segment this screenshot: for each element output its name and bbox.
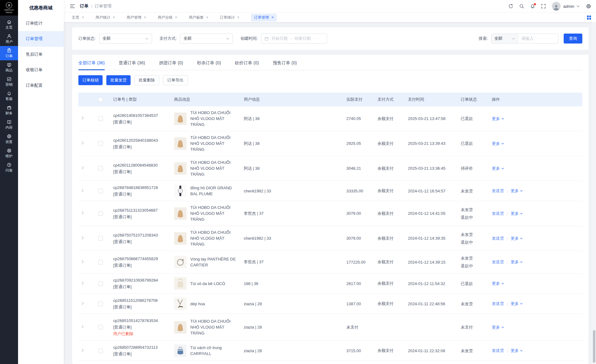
- more-link[interactable]: 更多: [492, 281, 504, 286]
- rail-item-settings[interactable]: 设置: [0, 132, 18, 146]
- row-expand-chevron-right-icon[interactable]: [81, 141, 85, 146]
- row-expand-chevron-right-icon[interactable]: [81, 260, 85, 265]
- row-expand-chevron-right-icon[interactable]: [81, 281, 85, 286]
- ship-link[interactable]: 发送货: [492, 188, 504, 194]
- tab-close-icon[interactable]: ×: [237, 16, 239, 19]
- search-input[interactable]: 请输入: [518, 34, 558, 43]
- rail-item-orders[interactable]: 订单: [0, 46, 18, 60]
- row-expand-chevron-right-icon[interactable]: [81, 116, 85, 121]
- sidebar-item-cashier[interactable]: 收银订单: [18, 62, 64, 78]
- row-expand-chevron-right-icon[interactable]: [81, 211, 85, 216]
- more-link[interactable]: 更多: [492, 141, 504, 146]
- verify-button[interactable]: 订单核销: [78, 75, 103, 85]
- more-link[interactable]: 更多: [511, 236, 523, 241]
- collapse-menu-icon[interactable]: [70, 4, 75, 9]
- rail-item-maintain[interactable]: 维护: [0, 146, 18, 160]
- order-tab-seckill[interactable]: 秒杀订单 (0): [197, 60, 221, 70]
- filter-panel: 订单状态: 全部 支付方式: 全部 创建时间: 开始日期 - 结束日期: [72, 27, 589, 50]
- row-checkbox[interactable]: [98, 260, 103, 265]
- query-button[interactable]: 查询: [564, 34, 582, 44]
- search-type-select[interactable]: 全部: [492, 34, 518, 43]
- tab-close-icon[interactable]: ×: [206, 16, 208, 19]
- user-avatar[interactable]: [552, 2, 561, 11]
- settings-gear-icon[interactable]: [586, 4, 591, 9]
- rail-item-marketing[interactable]: 营销: [0, 75, 18, 89]
- more-link[interactable]: 更多: [511, 188, 523, 194]
- tab-order-stats[interactable]: 订单统计×: [220, 15, 239, 20]
- row-checkbox[interactable]: [98, 302, 103, 306]
- row-checkbox[interactable]: [98, 325, 103, 329]
- rail-item-finance[interactable]: 财务: [0, 103, 18, 117]
- breadcrumb-root[interactable]: 订单: [80, 3, 89, 9]
- ship-link[interactable]: 发送货: [492, 259, 504, 265]
- row-checkbox[interactable]: [98, 236, 103, 241]
- rail-item-contentmgr[interactable]: 内容: [0, 117, 18, 132]
- date-range-input[interactable]: 开始日期 - 结束日期: [261, 34, 327, 44]
- sidebar-item-order-stats[interactable]: 订单统计: [18, 16, 64, 31]
- tab-close-icon[interactable]: ×: [82, 16, 84, 19]
- order-tab-group[interactable]: 拼团订单 (0): [159, 60, 183, 70]
- row-expand-chevron-right-icon[interactable]: [81, 236, 85, 241]
- more-link[interactable]: 更多: [492, 325, 504, 330]
- tab-close-icon[interactable]: ×: [271, 16, 274, 19]
- row-checkbox[interactable]: [98, 141, 103, 146]
- row-checkbox[interactable]: [98, 348, 103, 353]
- ship-link[interactable]: 发送货: [492, 301, 504, 306]
- row-checkbox[interactable]: [98, 281, 103, 286]
- row-checkbox[interactable]: [98, 211, 103, 216]
- batch-delete-button[interactable]: 批量删除: [134, 75, 159, 85]
- tab-order-manage[interactable]: 订单管理×: [251, 14, 277, 21]
- order-tab-all[interactable]: 全部订单 (36): [78, 60, 105, 70]
- row-expand-chevron-right-icon[interactable]: [81, 302, 85, 306]
- row-checkbox[interactable]: [98, 116, 103, 121]
- pay-method-select[interactable]: 全部: [180, 34, 233, 44]
- tab-close-icon[interactable]: ×: [113, 16, 115, 19]
- scrollbar-thumb[interactable]: [593, 330, 595, 363]
- tab-user-manage[interactable]: 用户管理×: [127, 15, 146, 20]
- row-expand-chevron-right-icon[interactable]: [81, 189, 85, 193]
- row-expand-chevron-right-icon[interactable]: [81, 166, 85, 171]
- order-tab-bargain[interactable]: 砍价订单 (0): [235, 60, 259, 70]
- tab-close-icon[interactable]: ×: [144, 16, 146, 19]
- tab-layout-grid-icon[interactable]: [587, 16, 591, 20]
- more-link[interactable]: 更多: [492, 116, 504, 122]
- rail-item-goods[interactable]: 商品: [0, 60, 18, 75]
- tab-user-group[interactable]: 用户分组×: [158, 15, 177, 20]
- order-tab-presale[interactable]: 预售订单 (0): [273, 60, 297, 70]
- notification-bell-icon[interactable]: [530, 4, 535, 9]
- rail-item-survey[interactable]: 问卷: [0, 160, 18, 175]
- sidebar-item-order-manage[interactable]: 订单管理: [18, 31, 64, 47]
- more-link[interactable]: 更多: [511, 301, 523, 306]
- ship-link[interactable]: 发送货: [492, 348, 504, 353]
- tab-home[interactable]: 主页×: [72, 15, 84, 20]
- rail-item-users[interactable]: 用户: [0, 32, 18, 46]
- brand-logo[interactable]: A AMERICAN DREAM: [0, 0, 18, 16]
- more-link[interactable]: 更多: [511, 211, 523, 216]
- order-tab-normal[interactable]: 普通订单 (36): [119, 60, 145, 70]
- fullscreen-icon[interactable]: [541, 4, 546, 9]
- tab-user-stats[interactable]: 用户统计×: [95, 15, 115, 20]
- ship-link[interactable]: 发送货: [492, 211, 504, 216]
- row-expand-chevron-right-icon[interactable]: [81, 325, 85, 329]
- row-checkbox[interactable]: [98, 189, 103, 193]
- export-button[interactable]: 订单导出: [163, 75, 188, 85]
- tab-close-icon[interactable]: ×: [175, 16, 177, 19]
- row-expand-chevron-right-icon[interactable]: [81, 348, 85, 353]
- search-icon[interactable]: [519, 4, 524, 9]
- order-status-select[interactable]: 全部: [99, 34, 152, 44]
- batch-ship-button[interactable]: 批量发货: [106, 75, 131, 85]
- more-link[interactable]: 更多: [511, 259, 523, 265]
- rail-item-home[interactable]: 主页: [0, 17, 18, 32]
- refresh-icon[interactable]: [508, 4, 513, 9]
- select-all-checkbox[interactable]: [98, 97, 103, 102]
- vertical-scrollbar[interactable]: [592, 22, 596, 364]
- sidebar-item-after-sale[interactable]: 售后订单: [18, 47, 64, 62]
- more-link[interactable]: 更多: [511, 348, 523, 353]
- more-link[interactable]: 更多: [492, 166, 504, 171]
- sidebar-item-order-config[interactable]: 订单配置: [18, 78, 64, 93]
- username-label[interactable]: admin: [563, 4, 574, 9]
- row-checkbox[interactable]: [98, 166, 103, 171]
- tab-user-tags[interactable]: 用户标签×: [189, 15, 208, 20]
- rail-item-service[interactable]: 客服: [0, 89, 18, 103]
- ship-link[interactable]: 发送货: [492, 236, 504, 241]
